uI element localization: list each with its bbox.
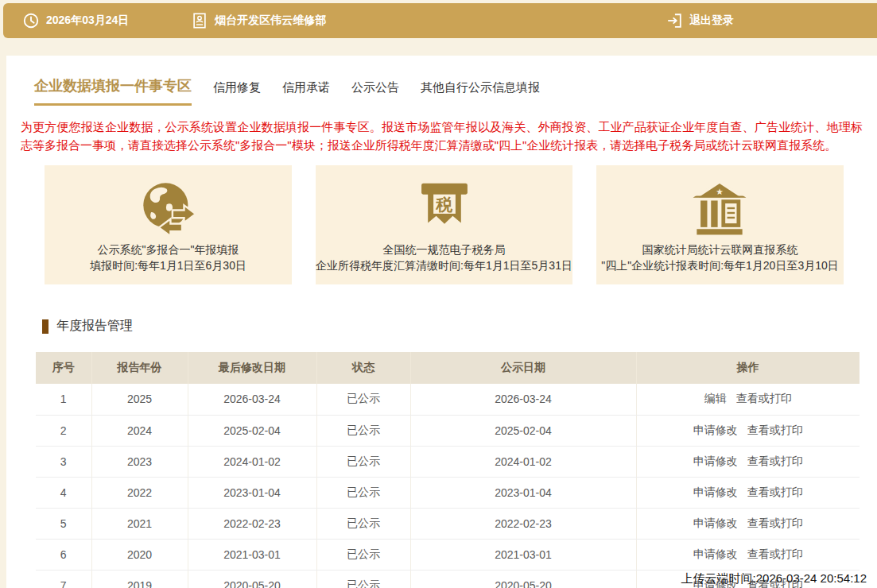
cell-index: 1 [36, 384, 91, 415]
column-header: 公示日期 [410, 352, 636, 384]
cell-operations: 申请修改查看或打印 [636, 508, 860, 539]
cell-status: 已公示 [316, 570, 410, 588]
cell-report-year: 2021 [91, 508, 188, 539]
date-display: 2026年03月24日 [22, 12, 129, 29]
main-content: 企业数据填报一件事专区 信用修复 信用承诺 公示公告 其他自行公示信息填报 为更… [6, 56, 877, 588]
action-link[interactable]: 申请修改 [693, 547, 738, 560]
tab-enterprise-data-filing[interactable]: 企业数据填报一件事专区 [34, 76, 192, 106]
current-date: 2026年03月24日 [46, 14, 129, 28]
action-link[interactable]: 查看或打印 [736, 392, 792, 404]
cell-index: 3 [36, 446, 91, 477]
cell-last-modified: 2020-05-20 [188, 570, 316, 588]
cell-index: 4 [36, 477, 91, 508]
cell-report-year: 2023 [91, 446, 188, 477]
column-header: 序号 [36, 352, 91, 384]
cell-status: 已公示 [316, 446, 410, 477]
cell-status: 已公示 [316, 539, 410, 570]
license-icon [191, 12, 208, 29]
topbar: 2026年03月24日 烟台开发区伟云维修部 退出登录 [3, 3, 877, 38]
logout-label: 退出登录 [689, 14, 734, 28]
cell-index: 2 [36, 415, 91, 446]
cell-status: 已公示 [316, 477, 410, 508]
cell-report-year: 2019 [91, 570, 188, 588]
cell-last-modified: 2022-02-23 [188, 508, 316, 539]
table-row: 120252026-03-24已公示2026-03-24编辑查看或打印 [36, 384, 860, 415]
action-link[interactable]: 申请修改 [693, 516, 738, 529]
cell-last-modified: 2024-01-02 [188, 446, 316, 477]
table-row: 620202021-03-01已公示2021-03-01申请修改查看或打印 [36, 539, 860, 570]
cell-operations: 申请修改查看或打印 [636, 446, 860, 477]
table-row: 220242025-02-04已公示2025-02-04申请修改查看或打印 [36, 415, 860, 446]
annual-report-table: 序号报告年份最后修改日期状态公示日期操作 120252026-03-24已公示2… [36, 352, 860, 588]
card-title: 公示系统"多报合一"年报填报 [98, 242, 239, 257]
column-header: 报告年份 [91, 352, 188, 384]
tab-credit-repair[interactable]: 信用修复 [213, 80, 261, 106]
gov-building-icon: ★ [689, 165, 751, 242]
logout-button[interactable]: 退出登录 [666, 12, 734, 29]
portal-cards: 公示系统"多报合一"年报填报 填报时间:每年1月1日至6月30日 税 全国统一规… [45, 165, 844, 284]
cell-publish-date: 2026-03-24 [410, 384, 636, 415]
column-header: 状态 [316, 352, 410, 384]
action-link[interactable]: 查看或打印 [747, 516, 803, 529]
card-title: 国家统计局统计云联网直报系统 [642, 242, 797, 257]
card-electronic-tax-bureau[interactable]: 税 全国统一规范电子税务局 企业所得税年度汇算清缴时间:每年1月1日至5月31日 [316, 165, 572, 284]
action-link[interactable]: 查看或打印 [747, 485, 803, 498]
section-title-label: 年度报告管理 [56, 318, 133, 335]
card-subtitle: 企业所得税年度汇算清缴时间:每年1月1日至5月31日 [316, 257, 572, 273]
cell-report-year: 2022 [91, 477, 188, 508]
column-header: 操作 [636, 352, 860, 384]
table-row: 520212022-02-23已公示2022-02-23申请修改查看或打印 [36, 508, 860, 539]
cell-last-modified: 2023-01-04 [188, 477, 316, 508]
action-link[interactable]: 申请修改 [693, 485, 738, 498]
table-row: 320232024-01-02已公示2024-01-02申请修改查看或打印 [36, 446, 860, 477]
cell-publish-date: 2022-02-23 [410, 508, 636, 539]
column-header: 最后修改日期 [188, 352, 316, 384]
cell-publish-date: 2021-03-01 [410, 539, 636, 570]
svg-text:★: ★ [716, 187, 724, 196]
action-link[interactable]: 查看或打印 [747, 424, 803, 436]
cell-publish-date: 2023-01-04 [410, 477, 636, 508]
card-subtitle: "四上"企业统计报表时间:每年1月20日至3月10日 [601, 257, 839, 273]
cell-report-year: 2025 [91, 384, 188, 415]
cell-last-modified: 2025-02-04 [188, 415, 316, 446]
action-link[interactable]: 申请修改 [693, 424, 738, 436]
cell-operations: 申请修改查看或打印 [636, 415, 860, 446]
action-link[interactable]: 编辑 [704, 392, 727, 404]
annual-report-section-title: 年度报告管理 [42, 318, 877, 335]
notice-text: 为更方便您报送企业数据，公示系统设置企业数据填报一件事专区。报送市场监管年报以及… [21, 118, 863, 154]
section-marker [42, 319, 49, 334]
company-display: 烟台开发区伟云维修部 [191, 12, 326, 29]
cell-index: 5 [36, 508, 91, 539]
clock-icon [22, 12, 40, 29]
cell-operations: 编辑查看或打印 [636, 384, 860, 415]
card-annual-report-filing[interactable]: 公示系统"多报合一"年报填报 填报时间:每年1月1日至6月30日 [45, 165, 292, 284]
action-link[interactable]: 查看或打印 [747, 547, 803, 560]
cell-report-year: 2024 [91, 415, 188, 446]
logout-icon [666, 12, 683, 29]
card-subtitle: 填报时间:每年1月1日至6月30日 [90, 257, 246, 273]
cell-publish-date: 2020-05-20 [410, 570, 636, 588]
svg-text:税: 税 [435, 195, 452, 215]
cell-status: 已公示 [316, 415, 410, 446]
table-row: 420222023-01-04已公示2023-01-04申请修改查看或打印 [36, 477, 860, 508]
tab-credit-commitment[interactable]: 信用承诺 [282, 80, 330, 106]
cell-status: 已公示 [316, 384, 410, 415]
cell-status: 已公示 [316, 508, 410, 539]
tab-bar: 企业数据填报一件事专区 信用修复 信用承诺 公示公告 其他自行公示信息填报 [6, 56, 877, 106]
cell-index: 6 [36, 539, 91, 570]
cell-last-modified: 2021-03-01 [188, 539, 316, 570]
company-name: 烟台开发区伟云维修部 [215, 14, 326, 28]
action-link[interactable]: 申请修改 [693, 455, 738, 467]
tab-other-self-disclosure[interactable]: 其他自行公示信息填报 [421, 80, 540, 106]
card-title: 全国统一规范电子税务局 [383, 242, 506, 257]
tab-public-announcement[interactable]: 公示公告 [351, 80, 399, 106]
tax-ribbon-icon: 税 [415, 165, 474, 242]
action-link[interactable]: 查看或打印 [747, 455, 803, 467]
globe-transfer-icon [138, 165, 200, 242]
cell-index: 7 [36, 570, 91, 588]
cell-report-year: 2020 [91, 539, 188, 570]
cell-operations: 申请修改查看或打印 [636, 539, 860, 570]
table-header: 序号报告年份最后修改日期状态公示日期操作 [36, 352, 860, 384]
cell-last-modified: 2026-03-24 [188, 384, 316, 415]
card-statistics-direct-report[interactable]: ★ 国家统计局统计云联网直报系统 "四上"企业统计报表时间:每年1月20日至3月… [596, 165, 844, 284]
